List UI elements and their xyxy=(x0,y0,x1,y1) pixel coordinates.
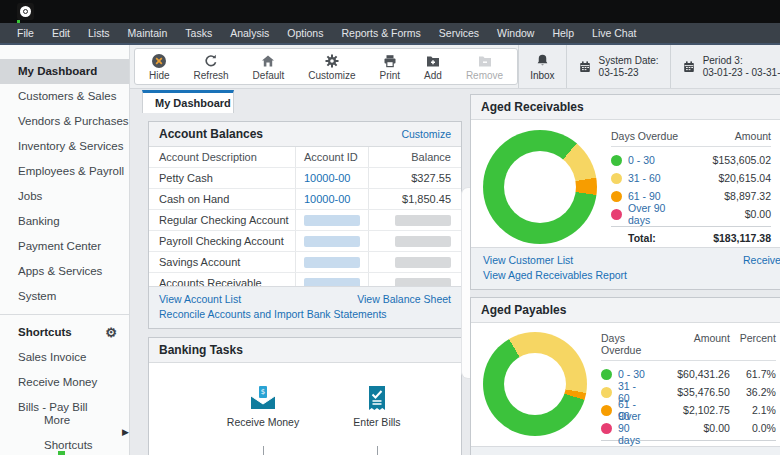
orange-dot-icon xyxy=(611,191,622,202)
inbox-button[interactable]: Inbox xyxy=(518,45,565,88)
pink-dot-icon xyxy=(601,423,612,434)
sidebar-item-customers-sales[interactable]: Customers & Sales xyxy=(0,84,129,109)
folder-add-icon xyxy=(425,52,441,69)
menu-services[interactable]: Services xyxy=(430,23,488,43)
sidebar-item-employees-payroll[interactable]: Employees & Payroll xyxy=(0,159,129,184)
table-row: Savings Account xyxy=(149,252,461,273)
flow-connector-line xyxy=(377,446,378,455)
menu-maintain[interactable]: Maintain xyxy=(119,23,177,43)
sidebar-item-jobs[interactable]: Jobs xyxy=(0,184,129,209)
aged-receivables-footer: View Customer List View Aged Receivables… xyxy=(471,247,780,289)
aged-receivables-title: Aged Receivables xyxy=(481,100,584,114)
gear-icon xyxy=(324,52,340,69)
redacted-account-id xyxy=(304,236,360,247)
tab-my-dashboard[interactable]: My Dashboard xyxy=(142,90,234,113)
account-balances-panel: Account Balances Customize Account Descr… xyxy=(148,121,462,329)
receive-link-clipped[interactable]: Receive a xyxy=(743,253,780,268)
menu-tasks[interactable]: Tasks xyxy=(176,23,221,43)
redacted-balance xyxy=(395,215,451,226)
aged-receivables-panel: Aged Receivables Days Overdue Amount 0 -… xyxy=(470,94,780,290)
sidebar-item-my-dashboard[interactable]: My Dashboard xyxy=(0,59,129,84)
hide-icon xyxy=(151,52,167,69)
legend-row: Over 90 days $0.00 xyxy=(611,205,771,223)
view-aged-receivables-report-link[interactable]: View Aged Receivables Report xyxy=(483,269,627,281)
dashboard-toolbar: Hide Refresh Default xyxy=(130,45,780,89)
menu-options[interactable]: Options xyxy=(278,23,332,43)
aged-payables-legend: Days Overdue Amount Percent 0 - 30 $60,4… xyxy=(601,332,776,455)
table-row: Regular Checking Account xyxy=(149,210,461,231)
period-value: 03-01-23 - 03-31-23 xyxy=(703,67,780,78)
home-icon xyxy=(260,52,276,69)
table-header-row: Account Description Account ID Balance xyxy=(149,147,461,168)
add-button[interactable]: Add xyxy=(424,52,442,81)
sidebar-item-banking[interactable]: Banking xyxy=(0,209,129,234)
range-link[interactable]: 0 - 30 xyxy=(618,368,646,380)
menu-edit[interactable]: Edit xyxy=(43,23,79,43)
range-link[interactable]: 0 - 30 xyxy=(628,154,687,166)
aged-payables-footer xyxy=(471,446,780,455)
sidebar-item-system[interactable]: System xyxy=(0,284,129,309)
sidebar-item-inventory-services[interactable]: Inventory & Services xyxy=(0,134,129,159)
menu-file[interactable]: File xyxy=(8,23,43,43)
account-id-link[interactable]: 10000-00 xyxy=(304,193,351,205)
redacted-balance xyxy=(395,257,451,268)
account-id-link[interactable]: 10000-00 xyxy=(304,172,351,184)
enter-bills-icon xyxy=(366,385,388,411)
period-label: Period 3: xyxy=(703,55,743,66)
yellow-dot-icon xyxy=(611,173,622,184)
flow-connector-line xyxy=(263,446,264,455)
system-date-button[interactable]: System Date: 03-15-23 xyxy=(566,45,670,88)
menu-lists[interactable]: Lists xyxy=(79,23,119,43)
more-shortcuts-button[interactable]: More Shortcuts ▶ xyxy=(0,420,129,445)
enter-bills-task[interactable]: Enter Bills xyxy=(339,385,415,455)
printer-icon xyxy=(382,52,398,69)
shortcut-receive-money[interactable]: Receive Money xyxy=(0,370,129,395)
range-link[interactable]: Over 90 days xyxy=(628,202,687,226)
refresh-button[interactable]: Refresh xyxy=(194,52,229,81)
hide-button[interactable]: Hide xyxy=(149,52,170,81)
reconcile-accounts-link[interactable]: Reconcile Accounts and Import Bank State… xyxy=(159,308,387,320)
menu-reports-forms[interactable]: Reports & Forms xyxy=(332,23,429,43)
account-balances-footer: View Account List View Balance Sheet Rec… xyxy=(149,286,461,328)
shortcuts-header: Shortcuts xyxy=(18,320,72,345)
range-link[interactable]: 31 - 60 xyxy=(628,172,687,184)
sidebar-item-payment-center[interactable]: Payment Center xyxy=(0,234,129,259)
folder-remove-icon xyxy=(477,52,493,69)
sage-logo-green-dot xyxy=(17,20,20,23)
orange-dot-icon xyxy=(601,405,612,416)
more-shortcuts-arrow-icon: ▶ xyxy=(122,420,129,445)
remove-button: Remove xyxy=(466,52,503,81)
print-button[interactable]: Print xyxy=(380,52,401,81)
range-link[interactable]: Over 90 days xyxy=(618,410,646,446)
system-date-value: 03-15-23 xyxy=(599,67,639,78)
dashboard-area: My Dashboard Account Balances Customize … xyxy=(130,89,780,455)
aged-receivables-donut-chart xyxy=(483,130,597,244)
toolbar-button-group: Hide Refresh Default xyxy=(134,48,518,85)
view-balance-sheet-link[interactable]: View Balance Sheet xyxy=(357,292,451,307)
banking-tasks-panel: Banking Tasks $ Rec xyxy=(148,337,462,455)
menu-analysis[interactable]: Analysis xyxy=(221,23,278,43)
view-customer-list-link[interactable]: View Customer List xyxy=(483,254,573,266)
redacted-balance xyxy=(395,236,451,247)
default-button[interactable]: Default xyxy=(253,52,285,81)
panel-scroll-handle[interactable] xyxy=(461,187,470,379)
green-dot-icon xyxy=(611,155,622,166)
aged-receivables-legend: Days Overdue Amount 0 - 30 $153,605.02 3… xyxy=(611,130,771,244)
aged-receivables-total: Total: $183,117.38 xyxy=(611,226,771,244)
sidebar-item-vendors-purchases[interactable]: Vendors & Purchases xyxy=(0,109,129,134)
sidebar-item-apps-services[interactable]: Apps & Services xyxy=(0,259,129,284)
svg-text:$: $ xyxy=(261,388,265,396)
sidebar-divider xyxy=(0,314,129,315)
shortcuts-gear-icon[interactable]: ⚙ xyxy=(105,320,117,345)
shortcut-sales-invoice[interactable]: Sales Invoice xyxy=(0,345,129,370)
receive-money-icon: $ xyxy=(249,385,277,411)
view-account-list-link[interactable]: View Account List xyxy=(159,292,241,307)
customize-button[interactable]: Customize xyxy=(308,52,355,81)
menu-live-chat[interactable]: Live Chat xyxy=(583,23,645,43)
customize-link[interactable]: Customize xyxy=(401,128,451,140)
receive-money-task[interactable]: $ Receive Money xyxy=(225,385,301,455)
menu-window[interactable]: Window xyxy=(488,23,543,43)
range-link[interactable]: 61 - 90 xyxy=(628,190,687,202)
period-button[interactable]: Period 3: 03-01-23 - 03-31-23 xyxy=(670,45,780,88)
menu-help[interactable]: Help xyxy=(543,23,583,43)
